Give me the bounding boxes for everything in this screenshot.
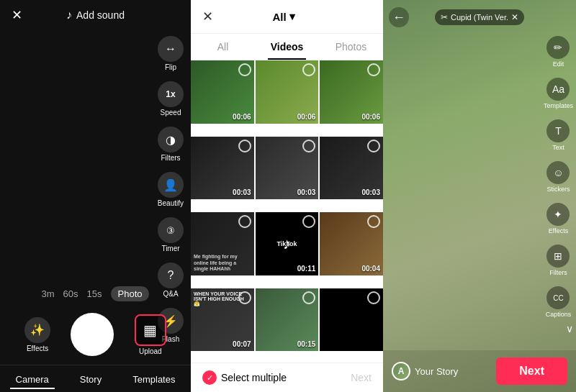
select-circle[interactable] — [302, 140, 315, 152]
effects-label: Effects — [27, 345, 48, 352]
preview-panel: ← ✂ Cupid (Twin Ver. ✕ ✏ Edit Aa Templat… — [383, 0, 576, 392]
preview-footer: A Your Story Next — [383, 350, 576, 392]
close-icon[interactable]: ✕ — [12, 7, 22, 23]
back-button[interactable]: ← — [389, 7, 409, 27]
templates-icon: Aa — [546, 78, 570, 101]
gallery-close-icon[interactable]: ✕ — [202, 9, 213, 24]
select-circle[interactable] — [302, 291, 315, 304]
song-tag[interactable]: ✂ Cupid (Twin Ver. ✕ — [435, 9, 524, 25]
tool-speed[interactable]: 1x Speed — [158, 81, 184, 117]
gallery-header: ✕ All ▾ — [191, 0, 383, 34]
speed-icon: 1x — [158, 81, 184, 107]
capture-button[interactable] — [71, 313, 114, 356]
video-duration: 00:07 — [233, 340, 251, 348]
effects-button[interactable]: ✨ Effects — [24, 317, 50, 352]
gallery-item[interactable]: 00:06 — [256, 60, 319, 124]
select-circle[interactable] — [367, 291, 380, 304]
gallery-item[interactable]: 00:15 — [256, 288, 319, 352]
beautify-label: Beautify — [158, 199, 184, 207]
gallery-item[interactable]: 00:03 — [256, 137, 319, 200]
tool-templates[interactable]: Aa Templates — [544, 78, 573, 109]
upload-button[interactable]: ▦ Upload — [135, 314, 166, 355]
tool-flip[interactable]: ↔ Flip — [158, 36, 184, 71]
effects-icon: ✦ — [546, 203, 570, 226]
gallery-item[interactable]: WHEN YOUR VOICE ISN'T HIGH ENOUGH 😤 00:0… — [191, 288, 254, 352]
gallery-grid: 00:06 00:06 00:06 00:03 00:03 00:03 — [191, 60, 383, 363]
duration-60s[interactable]: 60s — [63, 288, 78, 299]
nav-camera[interactable]: Camera — [10, 371, 55, 389]
effects-label: Effects — [549, 227, 568, 234]
filters-icon: ⊞ — [546, 245, 570, 268]
add-sound-button[interactable]: ♪ Add sound — [66, 9, 125, 22]
stickers-label: Stickers — [546, 186, 570, 193]
timer-label: Timer — [161, 245, 179, 252]
gallery-title-label: All — [272, 11, 286, 23]
gallery-item[interactable]: 00:04 — [320, 212, 383, 275]
gallery-item[interactable]: 00:06 — [191, 60, 254, 124]
beautify-icon: 👤 — [158, 172, 184, 198]
left-header: ✕ ♪ Add sound — [0, 0, 191, 30]
left-bottom: 3m 60s 15s Photo ✨ Effects ▦ Upload Came… — [0, 281, 191, 392]
duration-15s[interactable]: 15s — [87, 288, 102, 299]
capture-row: ✨ Effects ▦ Upload — [0, 307, 191, 365]
check-icon: ✓ — [202, 370, 217, 385]
song-close-icon[interactable]: ✕ — [511, 12, 518, 22]
gallery-item[interactable]: 00:03 — [320, 137, 383, 200]
video-duration: 00:06 — [361, 113, 380, 121]
select-circle[interactable] — [238, 215, 251, 228]
tool-filters[interactable]: ◑ Filters — [158, 127, 184, 162]
video-duration: 00:04 — [361, 265, 380, 273]
gallery-item[interactable] — [320, 288, 383, 352]
upload-label: Upload — [139, 347, 162, 355]
tool-stickers[interactable]: ☺ Stickers — [546, 161, 570, 193]
video-duration: 00:06 — [233, 113, 251, 121]
add-sound-label: Add sound — [76, 9, 125, 21]
tool-filters[interactable]: ⊞ Filters — [546, 245, 570, 276]
tab-videos[interactable]: Videos — [255, 34, 319, 60]
gallery-item[interactable]: 00:06 — [320, 60, 383, 124]
your-story-label: Your Story — [415, 366, 458, 377]
nav-story[interactable]: Story — [74, 371, 107, 389]
select-circle[interactable] — [238, 63, 251, 76]
video-duration: 00:15 — [297, 340, 316, 348]
tool-captions[interactable]: CC Captions — [546, 286, 572, 318]
gallery-item[interactable]: 00:03 — [191, 137, 254, 200]
tab-photos[interactable]: Photos — [319, 34, 383, 60]
captions-icon: CC — [546, 286, 570, 309]
text-label: Text — [552, 144, 564, 151]
select-circle[interactable] — [367, 140, 380, 152]
more-icon[interactable]: ∨ — [566, 323, 573, 334]
gallery-footer: ✓ Select multiple Next — [191, 363, 383, 392]
gallery-item[interactable]: ♪ TikTok 00:11 — [256, 212, 319, 275]
gallery-item[interactable]: Me fighting for my online life being a s… — [191, 212, 254, 275]
gallery-tabs: All Videos Photos — [191, 34, 383, 60]
video-duration: 00:11 — [297, 265, 316, 273]
tab-all[interactable]: All — [191, 34, 255, 60]
select-circle[interactable] — [367, 63, 380, 76]
your-story-button[interactable]: A Your Story — [392, 362, 458, 380]
select-multiple-button[interactable]: ✓ Select multiple — [202, 370, 287, 385]
filters-icon: ◑ — [158, 127, 184, 152]
filters-label: Filters — [549, 269, 567, 276]
text-icon: T — [546, 119, 570, 142]
gallery-next-button[interactable]: Next — [351, 372, 372, 383]
tool-effects[interactable]: ✦ Effects — [546, 203, 570, 234]
select-circle[interactable] — [238, 291, 251, 304]
edit-icon: ✏ — [546, 36, 570, 59]
gallery-title[interactable]: All ▾ — [272, 10, 294, 23]
tool-edit[interactable]: ✏ Edit — [546, 36, 570, 68]
upload-icon: ▦ — [135, 314, 166, 346]
tool-beautify[interactable]: 👤 Beautify — [158, 172, 184, 207]
select-circle[interactable] — [367, 215, 380, 228]
video-duration: 00:06 — [297, 113, 316, 121]
nav-templates[interactable]: Templates — [127, 371, 181, 389]
select-circle[interactable] — [238, 140, 251, 152]
duration-photo[interactable]: Photo — [111, 286, 150, 301]
next-button[interactable]: Next — [496, 357, 567, 385]
tool-timer[interactable]: ③ Timer — [158, 217, 184, 252]
video-duration: 00:03 — [361, 188, 380, 196]
effects-icon: ✨ — [24, 317, 50, 343]
avatar: A — [392, 362, 410, 380]
tool-text[interactable]: T Text — [546, 119, 570, 151]
duration-3m[interactable]: 3m — [42, 288, 55, 299]
